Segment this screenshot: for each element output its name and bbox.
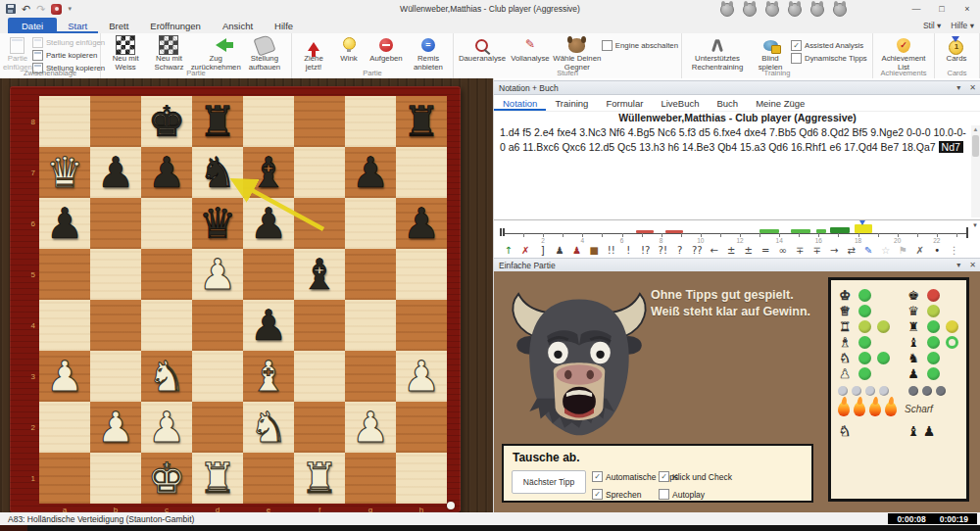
annotation-symbol-5[interactable]: ■ xyxy=(586,245,604,256)
square-f5[interactable]: ♝ xyxy=(294,249,345,300)
chess-board[interactable]: ♚♜♜♛♟♟♞♝♟♟♛♟♟♟♝♟♟♞♝♟♟♟♞♟♚♜♜ xyxy=(39,96,447,504)
annotation-symbol-0[interactable]: ↑ xyxy=(500,245,517,256)
square-c8[interactable]: ♚ xyxy=(141,96,192,147)
square-e3[interactable]: ♝ xyxy=(243,351,294,402)
square-b4[interactable] xyxy=(90,300,141,351)
square-h4[interactable] xyxy=(396,300,447,351)
permanent-analysis-button[interactable]: Daueranalyse xyxy=(457,35,508,64)
eval-current-marker[interactable] xyxy=(859,220,865,228)
white-pawn-h3[interactable]: ♟ xyxy=(403,351,441,402)
black-rook-h8[interactable]: ♜ xyxy=(403,96,441,147)
tab-livebuch[interactable]: LiveBuch xyxy=(652,95,708,111)
square-e6[interactable]: ♟ xyxy=(243,198,294,249)
annotation-symbol-11[interactable]: ?? xyxy=(689,245,707,256)
square-g7[interactable]: ♟ xyxy=(345,147,396,198)
black-pawn-e6[interactable]: ♟ xyxy=(250,198,288,249)
black-rook-d8[interactable]: ♜ xyxy=(199,96,237,147)
square-g4[interactable] xyxy=(345,300,396,351)
white-queen-a7[interactable]: ♛ xyxy=(46,147,84,198)
avatar-devil-icon[interactable] xyxy=(765,3,779,17)
help-menu[interactable]: Hilfe ▾ xyxy=(951,21,974,30)
annotation-symbol-18[interactable]: ∓ xyxy=(808,245,826,256)
square-g6[interactable] xyxy=(345,198,396,249)
white-pawn-d5[interactable]: ♟ xyxy=(199,249,237,300)
annotation-symbol-9[interactable]: ?! xyxy=(655,245,672,256)
close-button[interactable]: × xyxy=(955,0,980,18)
square-h1[interactable] xyxy=(396,453,447,504)
square-c2[interactable]: ♟ xyxy=(141,402,192,453)
black-bishop-f5[interactable]: ♝ xyxy=(301,249,339,300)
square-a3[interactable]: ♟ xyxy=(39,351,90,402)
tab-training[interactable]: Training xyxy=(546,95,597,111)
panel-close-icon[interactable]: ✕ xyxy=(969,83,976,92)
undo-icon[interactable]: ↶ xyxy=(22,4,30,14)
style-menu[interactable]: Stil ▾ xyxy=(923,21,941,30)
square-f4[interactable] xyxy=(294,300,345,351)
square-e1[interactable] xyxy=(243,453,294,504)
annotation-symbol-23[interactable]: ⚑ xyxy=(895,245,912,256)
annotation-symbol-13[interactable]: ± xyxy=(723,245,741,256)
avatar-ape-icon[interactable] xyxy=(833,3,847,17)
copy-game-button[interactable]: Partie kopieren xyxy=(32,50,105,61)
white-pawn-c2[interactable]: ♟ xyxy=(148,402,186,453)
tab-buch[interactable]: Buch xyxy=(708,95,747,111)
square-b3[interactable] xyxy=(90,351,141,402)
assisted-analysis-checkbox[interactable]: ✓Assisted Analysis xyxy=(791,40,867,51)
black-bishop-e7[interactable]: ♝ xyxy=(250,147,288,198)
square-d2[interactable] xyxy=(192,402,243,453)
black-king-c8[interactable]: ♚ xyxy=(148,96,186,147)
full-analysis-button[interactable]: ✎ Vollanalyse xyxy=(508,35,553,64)
square-e8[interactable] xyxy=(243,96,294,147)
save-icon[interactable] xyxy=(6,4,16,14)
square-a4[interactable] xyxy=(39,300,90,351)
white-pawn-a3[interactable]: ♟ xyxy=(46,351,84,402)
menu-datei[interactable]: Datei xyxy=(8,18,57,33)
square-c1[interactable]: ♚ xyxy=(141,453,192,504)
square-g1[interactable] xyxy=(345,453,396,504)
square-a5[interactable] xyxy=(39,249,90,300)
redo-icon[interactable]: ↷ xyxy=(36,4,45,14)
menu-eröffnungen[interactable]: Eröffnungen xyxy=(139,18,212,33)
paste-game-button[interactable]: Partie einfügen xyxy=(3,35,32,72)
annotation-symbol-4[interactable]: ♟ xyxy=(568,245,586,256)
annotation-symbol-6[interactable]: !! xyxy=(603,245,620,256)
annotation-symbol-15[interactable]: = xyxy=(758,245,775,256)
achievement-list-button[interactable]: ✓ Achievement List xyxy=(876,35,931,72)
square-c4[interactable] xyxy=(141,300,192,351)
panel-close-icon[interactable]: ✕ xyxy=(969,261,976,269)
offer-draw-button[interactable]: = Remis anbieten xyxy=(407,35,450,72)
hint-button[interactable]: Wink xyxy=(332,35,366,64)
square-c7[interactable]: ♟ xyxy=(141,147,192,198)
menu-brett[interactable]: Brett xyxy=(98,18,139,33)
square-h7[interactable] xyxy=(396,147,447,198)
maximize-button[interactable]: □ xyxy=(929,0,955,18)
white-pawn-b2[interactable]: ♟ xyxy=(97,402,135,453)
square-f8[interactable] xyxy=(294,96,345,147)
annotation-symbol-22[interactable]: ☆ xyxy=(877,245,895,256)
simple-game-panel-header[interactable]: Einfache Partie ▾ ✕ xyxy=(494,258,980,272)
square-d4[interactable] xyxy=(192,300,243,351)
new-game-black-button[interactable]: Neu mit Schwarz xyxy=(147,35,190,72)
evaluation-timeline[interactable]: ▼ 246810121416182022 xyxy=(494,219,980,243)
square-h5[interactable] xyxy=(396,249,447,300)
checkbox-autoplay[interactable]: Autoplay xyxy=(659,489,705,500)
move-list[interactable]: 1.d4 f5 2.e4 fxe4 3.Nc3 Nf6 4.Bg5 Nc6 5.… xyxy=(500,125,966,217)
panel-dropdown-icon[interactable]: ▾ xyxy=(956,261,960,269)
black-pawn-c7[interactable]: ♟ xyxy=(148,147,186,198)
square-d5[interactable]: ♟ xyxy=(192,249,243,300)
white-king-c1[interactable]: ♚ xyxy=(148,453,186,504)
square-a6[interactable]: ♟ xyxy=(39,198,90,249)
avatar-bull-icon[interactable] xyxy=(743,3,757,17)
avatar-rabbit-icon[interactable] xyxy=(810,3,824,17)
annotation-symbol-12[interactable]: ← xyxy=(706,245,723,256)
notation-panel-header[interactable]: Notation + Buch ▾ ✕ xyxy=(494,80,980,95)
annotation-symbol-16[interactable]: ∞ xyxy=(774,245,792,256)
square-d6[interactable]: ♛ xyxy=(192,198,243,249)
square-d1[interactable]: ♜ xyxy=(192,453,243,504)
annotation-symbol-21[interactable]: ✎ xyxy=(860,245,878,256)
square-b2[interactable]: ♟ xyxy=(90,402,141,453)
paste-position-button[interactable]: Stellung einfügen xyxy=(32,37,105,48)
customize-toolbar-icon[interactable]: ▾ xyxy=(68,5,72,13)
square-g8[interactable] xyxy=(345,96,396,147)
black-pawn-b7[interactable]: ♟ xyxy=(97,147,135,198)
